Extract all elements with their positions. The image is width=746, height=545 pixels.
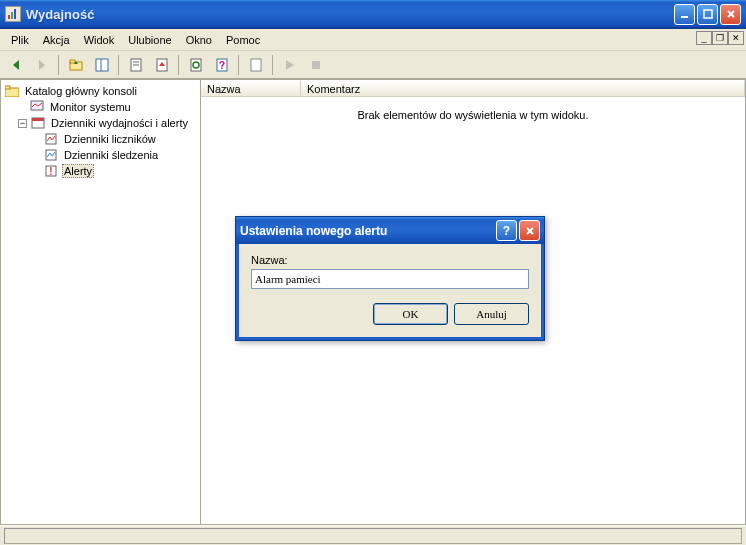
menu-ulubione[interactable]: Ulubione	[121, 32, 178, 48]
name-label: Nazwa:	[251, 254, 529, 266]
counter-log-icon	[43, 131, 59, 147]
tree-label: Monitor systemu	[48, 101, 133, 113]
svg-rect-3	[681, 16, 688, 18]
svg-text:?: ?	[218, 60, 224, 71]
mdi-minimize-button[interactable]: _	[696, 31, 712, 45]
svg-marker-7	[13, 60, 19, 70]
name-input[interactable]	[251, 269, 529, 289]
tree-trace[interactable]: Dzienniki śledzenia	[4, 147, 197, 163]
ok-button[interactable]: OK	[373, 303, 448, 325]
toolbar: ?	[0, 51, 746, 79]
tree-label: Katalog główny konsoli	[23, 85, 139, 97]
stop-button[interactable]	[304, 54, 327, 76]
tree-pane[interactable]: Katalog główny konsoli Monitor systemu −…	[1, 80, 201, 524]
tree-label: Dzienniki liczników	[62, 133, 158, 145]
maximize-button[interactable]	[697, 4, 718, 25]
tree-counters[interactable]: Dzienniki liczników	[4, 131, 197, 147]
menu-pomoc[interactable]: Pomoc	[219, 32, 267, 48]
dialog-close-button[interactable]	[519, 220, 540, 241]
menu-plik[interactable]: Plik	[4, 32, 36, 48]
dialog-titlebar[interactable]: Ustawienia nowego alertu ?	[236, 217, 544, 244]
start-button[interactable]	[278, 54, 301, 76]
svg-rect-4	[704, 10, 712, 18]
back-button[interactable]	[4, 54, 27, 76]
list-header: Nazwa Komentarz	[201, 80, 745, 97]
minimize-button[interactable]	[674, 4, 695, 25]
status-panel	[4, 528, 742, 544]
titlebar: Wydajność	[0, 0, 746, 29]
trace-log-icon	[43, 147, 59, 163]
menu-widok[interactable]: Widok	[77, 32, 122, 48]
svg-rect-10	[70, 60, 75, 63]
dialog-title: Ustawienia nowego alertu	[240, 224, 387, 238]
column-nazwa[interactable]: Nazwa	[201, 80, 301, 96]
refresh-button[interactable]	[184, 54, 207, 76]
collapse-icon[interactable]: −	[18, 119, 27, 128]
svg-rect-30	[32, 118, 44, 121]
help-button[interactable]: ?	[210, 54, 233, 76]
menu-akcja[interactable]: Akcja	[36, 32, 77, 48]
tree-label: Dzienniki wydajności i alerty	[49, 117, 190, 129]
column-komentarz[interactable]: Komentarz	[301, 80, 745, 96]
cancel-button[interactable]: Anuluj	[454, 303, 529, 325]
tree-label: Dzienniki śledzenia	[62, 149, 160, 161]
mdi-restore-button[interactable]: ❐	[712, 31, 728, 45]
svg-rect-2	[14, 9, 16, 19]
svg-rect-0	[8, 15, 10, 19]
tree-alerts[interactable]: ! Alerty	[4, 163, 197, 179]
show-hide-tree-button[interactable]	[90, 54, 113, 76]
menubar: Plik Akcja Widok Ulubione Okno Pomoc _ ❐…	[0, 29, 746, 51]
empty-message: Brak elementów do wyświetlenia w tym wid…	[201, 97, 745, 133]
app-icon	[5, 6, 21, 22]
menu-okno[interactable]: Okno	[179, 32, 219, 48]
folder-icon	[4, 83, 20, 99]
svg-marker-24	[286, 60, 294, 70]
svg-text:!: !	[49, 166, 52, 177]
svg-rect-23	[251, 59, 261, 71]
statusbar	[0, 525, 746, 545]
new-alert-dialog: Ustawienia nowego alertu ? Nazwa: OK Anu…	[235, 216, 545, 341]
export-button[interactable]	[150, 54, 173, 76]
forward-button[interactable]	[30, 54, 53, 76]
monitor-icon	[29, 99, 45, 115]
tree-label: Alerty	[62, 164, 94, 178]
svg-rect-25	[312, 61, 320, 69]
tree-logs[interactable]: − Dzienniki wydajności i alerty	[4, 115, 197, 131]
logs-icon	[30, 115, 46, 131]
tree-monitor[interactable]: Monitor systemu	[4, 99, 197, 115]
svg-rect-12	[96, 59, 108, 71]
new-button[interactable]	[244, 54, 267, 76]
up-folder-button[interactable]	[64, 54, 87, 76]
properties-button[interactable]	[124, 54, 147, 76]
close-button[interactable]	[720, 4, 741, 25]
svg-marker-8	[39, 60, 45, 70]
alert-icon: !	[43, 163, 59, 179]
window-title: Wydajność	[26, 7, 674, 22]
mdi-close-button[interactable]: ✕	[728, 31, 744, 45]
svg-rect-1	[11, 12, 13, 19]
svg-rect-27	[5, 86, 10, 89]
tree-root[interactable]: Katalog główny konsoli	[4, 83, 197, 99]
dialog-help-button[interactable]: ?	[496, 220, 517, 241]
